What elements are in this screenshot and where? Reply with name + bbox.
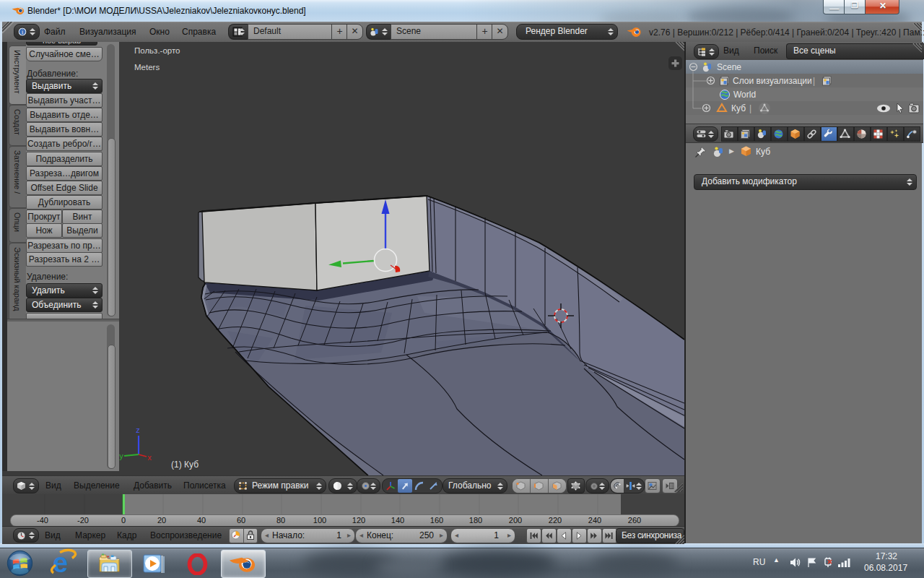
svg-text:z: z [136, 426, 140, 434]
svg-text:y: y [119, 452, 123, 460]
svg-text:x: x [147, 453, 152, 462]
svg-text:Польз.-орто: Польз.-орто [134, 46, 180, 55]
svg-text:(1) Куб: (1) Куб [171, 460, 199, 470]
svg-text:Meters: Meters [134, 63, 160, 72]
